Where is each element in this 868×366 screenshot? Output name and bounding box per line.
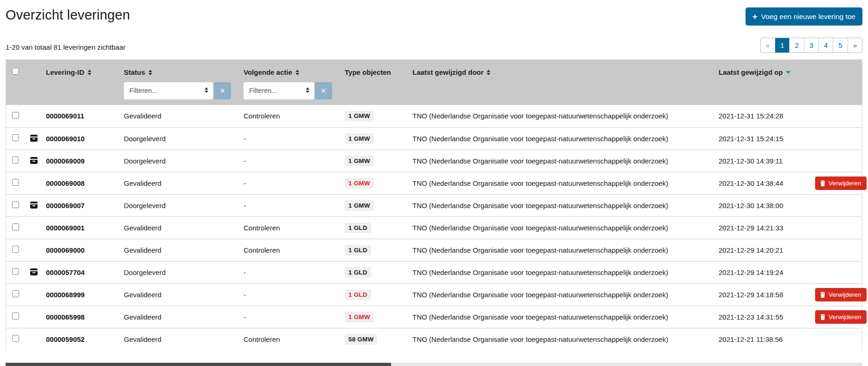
archive-box-icon [30, 202, 38, 209]
row-checkbox[interactable] [12, 134, 19, 141]
laatst-gewijzigd-door-value: TNO (Nederlandse Organisatie voor toegep… [412, 313, 668, 321]
leveringen-table-wrap: Levering-ID Status Volgende actie Type o… [6, 59, 862, 350]
table-row: 0000065998 Gevalideerd - 1 GMW TNO (Nede… [6, 306, 862, 328]
select-arrows-icon [306, 87, 309, 93]
laatst-gewijzigd-op-value: 2021-12-23 14:31:55 [719, 313, 783, 321]
trash-icon [820, 314, 825, 320]
laatst-gewijzigd-door-value: TNO (Nederlandse Organisatie voor toegep… [412, 112, 668, 120]
volgende-actie-filter-clear-button[interactable]: × [315, 82, 332, 99]
row-checkbox[interactable] [12, 290, 19, 297]
add-levering-button[interactable]: + Voeg een nieuwe levering toe [746, 7, 863, 26]
levering-id-value: 0000065998 [46, 313, 84, 321]
status-value: Doorgeleverd [124, 202, 166, 209]
laatst-gewijzigd-op-value: 2021-12-31 15:24:28 [719, 112, 783, 120]
type-objecten-badge: 1 GMW [345, 156, 374, 166]
page-title: Overzicht leveringen [6, 7, 130, 23]
row-checkbox[interactable] [12, 157, 19, 163]
volgende-actie-filter-select[interactable]: Filteren... [244, 82, 314, 99]
status-filter-clear-button[interactable]: × [214, 82, 231, 99]
archive-column-header [26, 59, 42, 81]
column-header-levering-id[interactable]: Levering-ID [42, 59, 120, 81]
row-checkbox[interactable] [12, 335, 19, 342]
actions-column-header [811, 59, 862, 81]
laatst-gewijzigd-op-value: 2021-12-29 14:21:33 [719, 224, 783, 232]
pagination-page-5[interactable]: 5 [833, 38, 847, 52]
horizontal-scrollbar[interactable] [6, 363, 862, 366]
row-checkbox[interactable] [12, 179, 19, 186]
laatst-gewijzigd-op-value: 2021-12-31 15:24:15 [719, 135, 783, 143]
volgende-actie-value: Controleren [244, 112, 280, 120]
levering-id-value: 0000069007 [46, 202, 84, 209]
levering-id-value: 0000068999 [46, 291, 84, 299]
verwijderen-button[interactable]: Verwijderen [815, 176, 867, 190]
volgende-actie-value: Controleren [244, 224, 280, 232]
verwijderen-button[interactable]: Verwijderen [815, 288, 867, 301]
column-header-laatst-gewijzigd-op[interactable]: Laatst gewijzigd op [715, 59, 811, 81]
sort-desc-icon[interactable] [786, 71, 791, 74]
pagination-page-3[interactable]: 3 [804, 38, 818, 52]
status-value: Gevalideerd [124, 179, 161, 187]
laatst-gewijzigd-door-value: TNO (Nederlandse Organisatie voor toegep… [412, 291, 668, 299]
volgende-actie-value: - [244, 135, 246, 143]
laatst-gewijzigd-op-value: 2021-12-21 11:38:56 [719, 335, 783, 343]
levering-id-value: 0000059052 [46, 335, 84, 343]
table-row: 0000069009 Doorgeleverd - 1 GMW TNO (Ned… [6, 150, 862, 172]
pagination-page-1[interactable]: 1 [775, 38, 789, 52]
sort-both-icon[interactable] [148, 70, 152, 75]
verwijderen-button-label: Verwijderen [829, 291, 862, 298]
levering-id-value: 0000069011 [46, 112, 84, 120]
type-objecten-badge: 1 GMW [345, 178, 374, 189]
levering-id-value: 0000069009 [46, 157, 84, 165]
table-row: 0000068999 Gevalideerd - 1 GLD TNO (Nede… [6, 283, 862, 306]
verwijderen-button-label: Verwijderen [829, 180, 862, 187]
result-count-text: 1-20 van totaal 81 leveringen zichtbaar [6, 43, 126, 53]
row-checkbox[interactable] [12, 268, 19, 275]
table-header: Levering-ID Status Volgende actie Type o… [6, 59, 862, 105]
status-value: Gevalideerd [124, 112, 161, 120]
sort-both-icon[interactable] [296, 70, 299, 75]
pagination-page-4[interactable]: 4 [818, 38, 833, 52]
status-value: Gevalideerd [124, 246, 161, 254]
column-header-laatst-gewijzigd-door[interactable]: Laatst gewijzigd door [409, 59, 715, 81]
pagination-page-2[interactable]: 2 [789, 38, 804, 52]
laatst-gewijzigd-door-value: TNO (Nederlandse Organisatie voor toegep… [412, 179, 668, 187]
row-checkbox[interactable] [12, 313, 19, 320]
horizontal-scrollbar-thumb[interactable] [6, 363, 391, 366]
laatst-gewijzigd-door-value: TNO (Nederlandse Organisatie voor toegep… [412, 135, 668, 143]
status-value: Gevalideerd [124, 313, 161, 321]
row-checkbox[interactable] [12, 112, 19, 119]
type-objecten-badge: 1 GLD [345, 222, 371, 233]
meta-row: 1-20 van totaal 81 leveringen zichtbaar … [6, 38, 862, 53]
pagination-next[interactable]: » [848, 38, 862, 52]
column-header-status[interactable]: Status [120, 59, 240, 81]
sort-both-icon[interactable] [487, 70, 490, 75]
status-filter-select[interactable]: Filteren... [124, 82, 213, 99]
type-objecten-badge: 1 GLD [345, 267, 371, 278]
close-icon: × [220, 87, 225, 95]
verwijderen-button[interactable]: Verwijderen [815, 310, 867, 324]
laatst-gewijzigd-door-value: TNO (Nederlandse Organisatie voor toegep… [412, 157, 668, 165]
table-row: 0000069008 Gevalideerd - 1 GMW TNO (Nede… [6, 172, 862, 194]
leveringen-table: Levering-ID Status Volgende actie Type o… [6, 59, 862, 350]
type-objecten-badge: 1 GMW [345, 200, 374, 211]
verwijderen-button-label: Verwijderen [829, 314, 862, 320]
archive-box-icon [30, 135, 38, 142]
overzicht-leveringen-page: Overzicht leveringen + Voeg een nieuwe l… [0, 0, 868, 366]
sort-both-icon[interactable] [88, 70, 91, 75]
levering-id-value: 0000069008 [46, 179, 84, 187]
laatst-gewijzigd-op-value: 2021-12-30 14:39:11 [719, 157, 783, 165]
volgende-actie-value: Controleren [244, 246, 280, 254]
table-row: 0000069010 Doorgeleverd - 1 GMW TNO (Ned… [6, 127, 862, 150]
pagination-prev[interactable]: « [761, 38, 775, 52]
volgende-actie-value: - [244, 202, 246, 209]
volgende-actie-value: - [244, 268, 246, 276]
row-checkbox[interactable] [12, 223, 19, 230]
row-checkbox[interactable] [12, 246, 19, 253]
select-all-checkbox[interactable] [12, 68, 19, 75]
status-value: Gevalideerd [124, 224, 161, 232]
status-filter-group: Filteren... × [124, 82, 231, 99]
row-checkbox[interactable] [12, 201, 19, 208]
column-header-volgende-actie[interactable]: Volgende actie [240, 59, 341, 81]
laatst-gewijzigd-door-value: TNO (Nederlandse Organisatie voor toegep… [412, 246, 668, 254]
laatst-gewijzigd-door-value: TNO (Nederlandse Organisatie voor toegep… [412, 224, 668, 232]
